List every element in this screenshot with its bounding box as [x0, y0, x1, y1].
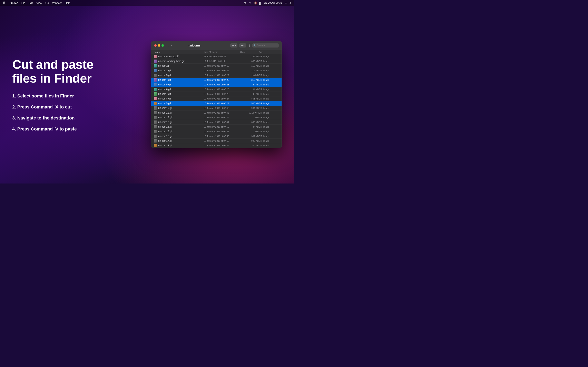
file-row[interactable]: unicorn14.gif 10 January 2016 at 07:53 3…: [151, 125, 282, 129]
nav-buttons: ‹ ›: [167, 43, 173, 48]
file-row[interactable]: unicorn2.gif 10 January 2016 at 07:22 21…: [151, 68, 282, 73]
file-row[interactable]: unicorn15.gif 10 January 2016 at 07:53 1…: [151, 129, 282, 134]
finder-toolbar: ‹ › unicorns ⊞ ▾ ⊕ ▾ ⬆ 🔍: [151, 41, 282, 50]
file-icon: [154, 83, 157, 86]
file-kind: GIF Image: [259, 140, 279, 142]
file-row[interactable]: unicorn13.gif 10 January 2016 at 07:44 6…: [151, 120, 282, 125]
file-name: unicorn18.gif: [158, 144, 172, 147]
file-row[interactable]: unicorn-working-hard.gif 17 July 2016 at…: [151, 59, 282, 64]
file-icon: [154, 92, 157, 96]
file-row[interactable]: unicorn18.gif 10 January 2016 at 07:54 1…: [151, 143, 282, 148]
file-size: 196 KB: [240, 55, 259, 58]
file-name: unicorn14.gif: [158, 125, 172, 128]
file-kind: GIF Image: [259, 83, 279, 86]
file-row[interactable]: unicorn12.gif 10 January 2016 at 07:44 1…: [151, 115, 282, 120]
file-name-cell: unicorn17.gif: [154, 139, 204, 142]
file-row[interactable]: unicorn7.gif 10 January 2016 at 07:23 49…: [151, 92, 282, 96]
menubar-edit[interactable]: Edit: [29, 1, 33, 4]
col-size-header[interactable]: Size: [240, 51, 259, 53]
file-name: unicorn3.gif: [158, 74, 171, 77]
arrange-button[interactable]: ⊕ ▾: [239, 43, 246, 48]
file-name: unicorn.gif: [158, 64, 169, 67]
step-4: 4. Press Command+V to paste: [12, 126, 93, 132]
minimize-button[interactable]: [158, 44, 160, 47]
file-row[interactable]: unicorn8.gif 10 January 2016 at 07:27 85…: [151, 96, 282, 101]
file-name: unicorn13.gif: [158, 121, 172, 124]
file-name: unicorn-working-hard.gif: [158, 60, 185, 63]
file-name: unicorn16.gif: [158, 135, 172, 138]
file-kind: GIF Image: [259, 93, 279, 95]
back-button[interactable]: ‹: [167, 43, 169, 48]
file-icon: [154, 120, 157, 124]
search-input[interactable]: [252, 43, 279, 48]
file-name: unicorn12.gif: [158, 116, 172, 119]
file-row[interactable]: unicorn4.gif 10 January 2016 at 07:23 31…: [151, 78, 282, 82]
menubar-view[interactable]: View: [36, 1, 42, 4]
forward-button[interactable]: ›: [170, 43, 173, 48]
file-icon: [154, 102, 157, 105]
file-date: 10 January 2016 at 07:23: [204, 88, 240, 91]
file-size: 194 KB: [240, 88, 259, 91]
file-name: unicorn5.gif: [158, 83, 171, 86]
menubar-app-name[interactable]: Finder: [9, 1, 18, 4]
file-row[interactable]: unicorn17.gif 10 January 2016 at 07:53 9…: [151, 139, 282, 143]
file-date: 10 January 2016 at 07:27: [204, 98, 240, 100]
file-row[interactable]: unicorn10.gif 10 January 2016 at 07:43 9…: [151, 106, 282, 110]
col-name-header[interactable]: Name↑: [154, 51, 204, 53]
spotlight-icon[interactable]: ⊕: [289, 1, 292, 4]
file-row[interactable]: unicorn5.gif 10 January 2016 at 07:23 24…: [151, 82, 282, 87]
volume-icon[interactable]: 🔇: [254, 1, 257, 4]
control-center-icon[interactable]: ☰: [285, 1, 287, 4]
file-row[interactable]: unicorn-running.gif 27 June 2017 at 06:3…: [151, 54, 282, 59]
file-kind: GIF Image: [259, 79, 279, 81]
file-date: 10 January 2016 at 07:27: [204, 102, 240, 105]
menubar-help[interactable]: Help: [65, 1, 70, 4]
file-row[interactable]: unicorn16.gif 10 January 2016 at 07:53 3…: [151, 134, 282, 139]
view-options-button[interactable]: ⊞ ▾: [230, 43, 237, 48]
step-3: 3. Navigate to the destination: [12, 115, 93, 121]
file-icon: [154, 134, 157, 138]
file-icon: [154, 139, 157, 142]
file-row[interactable]: unicorn11.gif 10 January 2016 at 07:43 7…: [151, 110, 282, 115]
file-row[interactable]: unicorn9.gif 10 January 2016 at 07:27 50…: [151, 101, 282, 106]
file-name-cell: unicorn15.gif: [154, 130, 204, 133]
menubar-file[interactable]: File: [21, 1, 25, 4]
file-name: unicorn15.gif: [158, 130, 172, 133]
file-kind: GIF Image: [259, 102, 279, 105]
file-kind: GIF Image: [259, 55, 279, 58]
file-kind: GIF Image: [259, 88, 279, 91]
file-icon: [154, 88, 157, 91]
close-button[interactable]: [154, 44, 156, 47]
file-kind: GIF Image: [259, 65, 279, 67]
file-row[interactable]: unicorn6.gif 10 January 2016 at 07:23 19…: [151, 87, 282, 92]
file-name: unicorn7.gif: [158, 92, 171, 95]
file-date: 10 January 2016 at 07:23: [204, 93, 240, 95]
step-1: 1. Select some files in Finder: [12, 93, 93, 99]
file-date: 10 January 2016 at 07:53: [204, 140, 240, 142]
menubar-window[interactable]: Window: [52, 1, 61, 4]
menubar-go[interactable]: Go: [45, 1, 49, 4]
file-size: 1 MB: [240, 130, 259, 133]
file-kind: GIF Image: [259, 111, 279, 114]
file-row[interactable]: unicorn3.gif 10 January 2016 at 07:22 1,…: [151, 73, 282, 78]
file-name-cell: unicorn-working-hard.gif: [154, 59, 204, 63]
file-name: unicorn11.gif: [158, 111, 172, 114]
file-kind: GIF Image: [259, 130, 279, 133]
share-button[interactable]: ⬆: [248, 44, 251, 48]
file-icon: [154, 69, 157, 72]
steps-list: 1. Select some files in Finder 2. Press …: [12, 93, 93, 132]
file-date: 10 January 2016 at 07:43: [204, 111, 240, 114]
file-name-cell: unicorn.gif: [154, 64, 204, 67]
col-date-header[interactable]: Date Modified: [204, 51, 240, 53]
file-row[interactable]: unicorn.gif 10 January 2016 at 07:13 119…: [151, 64, 282, 68]
maximize-button[interactable]: [162, 44, 164, 47]
file-icon: [154, 55, 157, 58]
col-kind-header[interactable]: Kind: [259, 51, 279, 53]
apple-menu[interactable]: ⌘: [2, 1, 6, 5]
file-size: 506 KB: [240, 102, 259, 105]
siri-icon[interactable]: ◎: [249, 1, 251, 4]
file-name-cell: unicorn4.gif: [154, 78, 204, 82]
file-date: 10 January 2016 at 07:53: [204, 130, 240, 133]
file-size: 851 KB: [240, 98, 259, 100]
file-icon: [154, 78, 157, 82]
